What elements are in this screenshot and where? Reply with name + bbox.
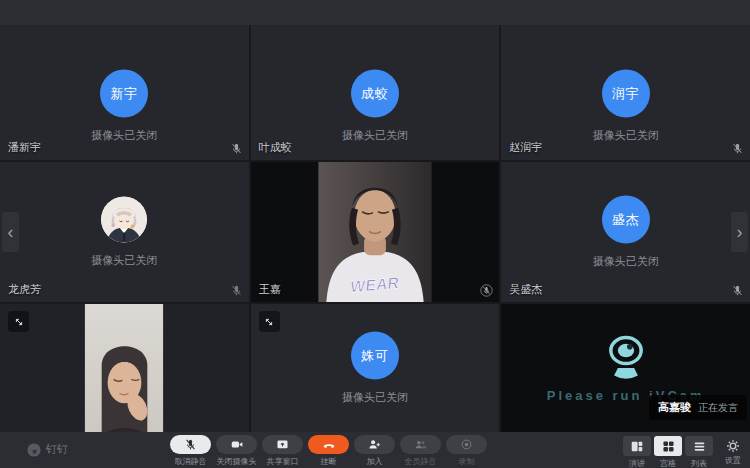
mic-muted-icon bbox=[230, 142, 243, 155]
share-screen-button[interactable]: 共享窗口 bbox=[261, 435, 304, 467]
list-view-icon bbox=[693, 440, 706, 453]
button-label: 共享窗口 bbox=[267, 456, 299, 467]
camera-icon bbox=[230, 438, 244, 451]
button-label: 取消静音 bbox=[175, 456, 207, 467]
brand: 钉钉 bbox=[27, 442, 68, 457]
participant-tile[interactable]: 盛杰 摄像头已关闭 吴盛杰 bbox=[501, 162, 750, 302]
mute-all-button[interactable]: 全员静音 bbox=[399, 435, 442, 467]
button-label: 录制 bbox=[459, 456, 475, 467]
participant-tile[interactable]: 成蛟 摄像头已关闭 叶成蛟 bbox=[251, 25, 500, 160]
ivcam-webcam-icon bbox=[600, 332, 652, 380]
toolbar-main-buttons: 取消静音 关闭摄像头 共享窗口 挂断 bbox=[169, 435, 488, 467]
woman-video-feed: WEAR bbox=[318, 162, 432, 302]
expand-icon[interactable] bbox=[259, 311, 280, 332]
invite-button[interactable]: 加入 bbox=[353, 435, 396, 467]
brand-name: 钉钉 bbox=[46, 442, 68, 457]
button-label: 列表 bbox=[691, 458, 707, 468]
avatar: 成蛟 bbox=[351, 69, 399, 117]
participant-name: 赵润宇 bbox=[509, 140, 542, 155]
record-button[interactable]: 录制 bbox=[445, 435, 488, 467]
camera-off-text: 摄像头已关闭 bbox=[342, 390, 408, 405]
avatar: 润宇 bbox=[602, 69, 650, 117]
avatar: 新宇 bbox=[100, 69, 148, 117]
unmute-button[interactable]: 取消静音 bbox=[169, 435, 212, 467]
meeting-toolbar: 钉钉 取消静音 关闭摄像头 共享窗口 bbox=[0, 432, 750, 468]
button-label: 加入 bbox=[367, 456, 383, 467]
participant-grid: 新宇 摄像头已关闭 潘新宇 成蛟 摄像头已关闭 叶成蛟 润宇 摄像头已关闭 赵润… bbox=[0, 25, 750, 432]
participant-tile[interactable]: 新宇 摄像头已关闭 潘新宇 bbox=[0, 25, 249, 160]
grid-view-button[interactable]: 宫格 bbox=[654, 436, 682, 468]
mic-muted-icon bbox=[731, 142, 744, 155]
speaker-name: 高嘉骏 bbox=[658, 400, 691, 415]
camera-off-text: 摄像头已关闭 bbox=[91, 127, 157, 142]
speaker-view-button[interactable]: 演讲 bbox=[623, 436, 651, 468]
hangup-button[interactable]: 挂断 bbox=[307, 435, 350, 467]
hangup-phone-icon bbox=[322, 438, 336, 452]
button-label: 挂断 bbox=[321, 456, 337, 467]
camera-off-text: 摄像头已关闭 bbox=[593, 127, 659, 142]
dingtalk-logo-icon bbox=[27, 443, 41, 457]
speaker-status: 正在发言 bbox=[698, 401, 738, 415]
participant-tile[interactable] bbox=[0, 304, 249, 432]
mic-muted-icon bbox=[184, 438, 197, 451]
title-bar bbox=[0, 0, 750, 25]
avatar: 盛杰 bbox=[602, 196, 650, 244]
next-page-chevron[interactable]: › bbox=[731, 212, 748, 252]
participant-name: 王嘉 bbox=[259, 282, 281, 297]
participant-video bbox=[85, 304, 164, 432]
camera-off-text: 摄像头已关闭 bbox=[91, 253, 157, 268]
expand-icon[interactable] bbox=[8, 311, 29, 332]
mic-muted-icon bbox=[731, 284, 744, 297]
speaking-toast: 高嘉骏 正在发言 bbox=[649, 395, 747, 420]
share-screen-icon bbox=[276, 438, 289, 451]
layout-segmented-control: 演讲 宫格 列表 bbox=[623, 436, 713, 468]
gear-icon bbox=[726, 439, 740, 453]
list-view-button[interactable]: 列表 bbox=[685, 436, 713, 468]
participant-tile[interactable]: WEAR 王嘉 bbox=[251, 162, 500, 302]
participant-name: 叶成蛟 bbox=[259, 140, 292, 155]
participant-tile[interactable]: 摄像头已关闭 龙虎芳 bbox=[0, 162, 249, 302]
anime-boy-avatar-art bbox=[101, 197, 147, 243]
mic-muted-icon bbox=[480, 284, 493, 297]
speaker-view-icon bbox=[630, 440, 644, 453]
camera-off-text: 摄像头已关闭 bbox=[342, 127, 408, 142]
participant-tile[interactable]: 姝可 摄像头已关闭 bbox=[251, 304, 500, 432]
camera-off-button[interactable]: 关闭摄像头 bbox=[215, 435, 258, 467]
participant-name: 龙虎芳 bbox=[8, 282, 41, 297]
settings-button[interactable]: 设置 bbox=[725, 436, 741, 466]
mute-all-icon bbox=[414, 438, 427, 451]
previous-page-chevron[interactable]: ‹ bbox=[2, 212, 19, 252]
meeting-window: 新宇 摄像头已关闭 潘新宇 成蛟 摄像头已关闭 叶成蛟 润宇 摄像头已关闭 赵润… bbox=[0, 0, 750, 468]
button-label: 宫格 bbox=[660, 458, 676, 468]
button-label: 设置 bbox=[725, 455, 741, 466]
grid-view-icon bbox=[662, 440, 675, 453]
participant-tile[interactable]: Please run iVCam 高嘉骏 正在发言 bbox=[501, 304, 750, 432]
participant-video: WEAR bbox=[318, 162, 432, 302]
participant-tile[interactable]: 润宇 摄像头已关闭 赵润宇 bbox=[501, 25, 750, 160]
participant-name: 潘新宇 bbox=[8, 140, 41, 155]
record-icon bbox=[460, 438, 473, 451]
mic-muted-icon bbox=[230, 284, 243, 297]
participant-name: 吴盛杰 bbox=[509, 282, 542, 297]
button-label: 演讲 bbox=[629, 458, 645, 468]
toolbar-view-controls: 演讲 宫格 列表 bbox=[623, 436, 741, 468]
girl-video-feed bbox=[85, 304, 164, 432]
button-label: 关闭摄像头 bbox=[217, 456, 257, 467]
camera-off-text: 摄像头已关闭 bbox=[593, 254, 659, 269]
add-person-icon bbox=[368, 438, 381, 451]
button-label: 全员静音 bbox=[405, 456, 437, 467]
avatar: 姝可 bbox=[351, 332, 399, 380]
anime-boy-avatar bbox=[101, 197, 147, 243]
